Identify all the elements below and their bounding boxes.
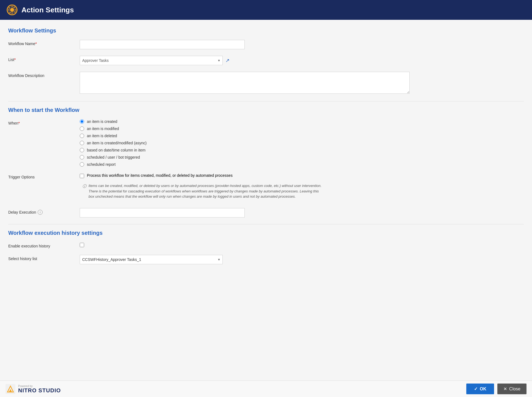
radio-created-input[interactable] [80, 119, 84, 124]
history-select-wrapper: CCSWFHistory_Approver Tasks_1 [80, 255, 327, 264]
section-divider-1 [8, 101, 524, 101]
footer-logo: Powered by NITRO STUDIO [5, 384, 61, 394]
trigger-description-block: ⓘ Items can be created, modified, or del… [80, 181, 327, 202]
delay-execution-field [80, 208, 327, 217]
radio-deleted-label: an item is deleted [87, 134, 117, 138]
workflow-description-input[interactable] [80, 72, 410, 94]
svg-point-1 [10, 8, 14, 12]
footer-buttons: ✓ OK ✕ Close [466, 384, 527, 394]
app-footer: Powered by NITRO STUDIO ✓ OK ✕ Close [0, 381, 532, 397]
close-button[interactable]: ✕ Close [497, 384, 527, 394]
brand-name-label: NITRO STUDIO [18, 388, 61, 393]
radio-scheduled-report[interactable]: scheduled report [80, 162, 327, 167]
workflow-name-field [80, 40, 327, 49]
list-external-link-icon[interactable]: ↗ [225, 57, 230, 64]
when-field: an item is created an item is modified a… [80, 119, 327, 167]
trigger-options-label: Trigger Options [8, 173, 80, 179]
enable-history-checkbox[interactable] [80, 243, 84, 247]
radio-modified[interactable]: an item is modified [80, 126, 327, 131]
ok-label: OK [480, 387, 486, 392]
radio-deleted-input[interactable] [80, 134, 84, 138]
list-label: List* [8, 56, 80, 62]
app-header: Action Settings [0, 0, 532, 20]
execution-history-section: Workflow execution history settings Enab… [8, 230, 524, 265]
trigger-checkbox-label: Process this workflow for items created,… [87, 173, 233, 178]
section-divider-2 [8, 224, 524, 224]
radio-scheduled[interactable]: scheduled / user / bot triggered [80, 155, 327, 159]
trigger-checkbox-row: Process this workflow for items created,… [80, 173, 327, 178]
main-content: Workflow Settings Workflow Name* List* A… [0, 20, 532, 381]
radio-created-modified-async[interactable]: an item is created/modified (async) [80, 141, 327, 145]
delay-info-icon[interactable]: i [38, 210, 43, 215]
trigger-checkbox[interactable] [80, 174, 84, 178]
ok-button[interactable]: ✓ OK [466, 384, 494, 394]
history-select-container: CCSWFHistory_Approver Tasks_1 [80, 255, 223, 264]
workflow-name-label: Workflow Name* [8, 40, 80, 46]
trigger-options-field: Process this workflow for items created,… [80, 173, 327, 202]
workflow-description-field [80, 72, 327, 95]
radio-scheduled-input[interactable] [80, 155, 84, 159]
nitro-logo-icon [5, 384, 15, 394]
close-label: Close [509, 387, 520, 392]
history-list-row: Select history list CCSWFHistory_Approve… [8, 254, 524, 265]
list-field: Approver Tasks ↗ [80, 56, 327, 65]
when-to-start-section: When to start the Workflow When* an item… [8, 107, 524, 219]
workflow-name-input[interactable] [80, 40, 245, 49]
list-row: List* Approver Tasks ↗ [8, 55, 524, 66]
radio-report-input[interactable] [80, 162, 84, 167]
header-title: Action Settings [21, 6, 74, 14]
info-icon: ⓘ [82, 183, 86, 189]
enable-history-field [80, 242, 327, 248]
radio-scheduled-label: scheduled / user / bot triggered [87, 155, 140, 159]
delay-execution-input[interactable] [80, 208, 245, 217]
footer-brand-text: Powered by NITRO STUDIO [18, 385, 61, 393]
delay-execution-label: Delay Execution i [8, 208, 80, 215]
trigger-radio-group: an item is created an item is modified a… [80, 119, 327, 167]
delay-execution-row: Delay Execution i [8, 207, 524, 219]
workflow-description-label: Workflow Description [8, 72, 80, 78]
workflow-settings-title: Workflow Settings [8, 27, 524, 34]
workflow-settings-section: Workflow Settings Workflow Name* List* A… [8, 27, 524, 96]
radio-modified-label: an item is modified [87, 126, 119, 131]
close-x-icon: ✕ [503, 386, 507, 392]
history-list-field: CCSWFHistory_Approver Tasks_1 [80, 255, 327, 264]
workflow-description-row: Workflow Description [8, 71, 524, 96]
gear-icon [7, 4, 18, 15]
when-to-start-title: When to start the Workflow [8, 107, 524, 113]
delay-label-wrapper: Delay Execution i [8, 210, 80, 215]
radio-created[interactable]: an item is created [80, 119, 327, 124]
history-list-label: Select history list [8, 255, 80, 261]
radio-report-label: scheduled report [87, 162, 115, 167]
radio-created-label: an item is created [87, 119, 117, 124]
radio-deleted[interactable]: an item is deleted [80, 134, 327, 138]
enable-history-label: Enable execution history [8, 242, 80, 248]
execution-history-title: Workflow execution history settings [8, 230, 524, 236]
radio-async-label: an item is created/modified (async) [87, 141, 147, 145]
radio-modified-input[interactable] [80, 126, 84, 131]
when-row: When* an item is created an item is modi… [8, 118, 524, 168]
workflow-name-row: Workflow Name* [8, 39, 524, 50]
list-select-container: Approver Tasks [80, 56, 223, 65]
list-select-wrapper: Approver Tasks ↗ [80, 56, 327, 65]
ok-checkmark-icon: ✓ [474, 386, 478, 392]
enable-history-row: Enable execution history [8, 241, 524, 249]
radio-async-input[interactable] [80, 141, 84, 145]
radio-datetime-label: based on date/time column in item [87, 148, 145, 152]
powered-by-label: Powered by [18, 385, 61, 388]
list-select[interactable]: Approver Tasks [80, 56, 223, 65]
radio-datetime-input[interactable] [80, 148, 84, 152]
when-label: When* [8, 119, 80, 125]
trigger-description-text: Items can be created, modified, or delet… [89, 183, 324, 199]
radio-datetime[interactable]: based on date/time column in item [80, 148, 327, 152]
history-list-select[interactable]: CCSWFHistory_Approver Tasks_1 [80, 255, 223, 264]
trigger-options-row: Trigger Options Process this workflow fo… [8, 172, 524, 203]
